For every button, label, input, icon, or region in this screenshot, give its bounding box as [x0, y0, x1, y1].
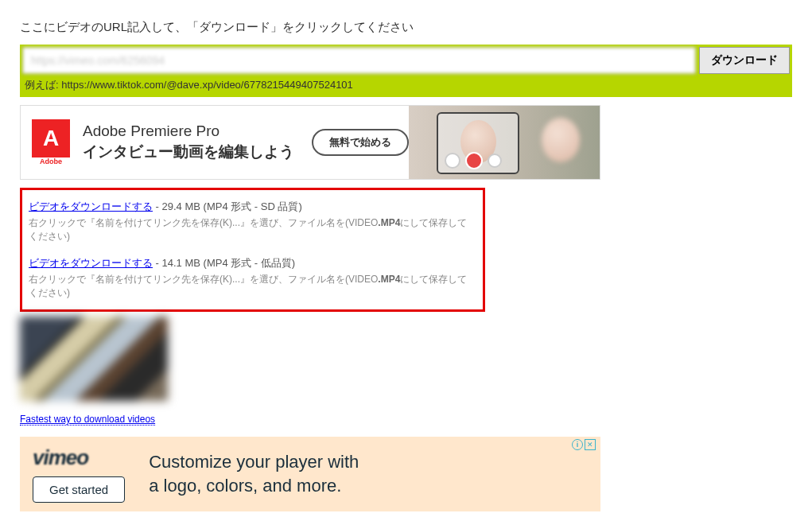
ad-subtitle: インタビュー動画を編集しよう [83, 142, 294, 162]
download-meta: - 29.4 MB (MP4 形式 - SD 品質) [153, 200, 302, 212]
face-graphic [542, 118, 580, 162]
download-row: ビデオをダウンロードする - 29.4 MB (MP4 形式 - SD 品質) [29, 200, 476, 214]
adobe-logo-column: A Adobe [21, 119, 70, 165]
ad-photo [409, 106, 600, 179]
ad-banner-adobe[interactable]: i ✕ A Adobe Adobe Premiere Pro インタビュー動画を… [20, 105, 600, 180]
search-row: ダウンロード [22, 47, 790, 74]
ad-controls: i ✕ [572, 439, 596, 450]
search-section: ダウンロード 例えば: https://www.tiktok.com/@dave… [20, 45, 792, 97]
adobe-brand-text: Adobe [40, 157, 62, 165]
download-links-box: ビデオをダウンロードする - 29.4 MB (MP4 形式 - SD 品質) … [20, 188, 485, 312]
download-meta: - 14.1 MB (MP4 形式 - 低品質) [153, 257, 295, 269]
ad2-text: Customize your player with a logo, color… [149, 450, 359, 497]
video-thumbnail[interactable] [20, 317, 168, 401]
download-row: ビデオをダウンロードする - 14.1 MB (MP4 形式 - 低品質) [29, 256, 476, 270]
ad-text-block: Adobe Premiere Pro インタビュー動画を編集しよう [83, 122, 294, 162]
info-icon[interactable]: i [572, 439, 583, 450]
adobe-logo-icon: A [32, 119, 70, 157]
url-example: 例えば: https://www.tiktok.com/@dave.xp/vid… [22, 74, 790, 95]
close-icon[interactable]: ✕ [585, 439, 596, 450]
url-input[interactable] [22, 47, 696, 74]
download-hint: 右クリックで『名前を付けてリンク先を保存(K)...』を選び、ファイル名を(VI… [29, 273, 476, 300]
download-hint: 右クリックで『名前を付けてリンク先を保存(K)...』を選び、ファイル名を(VI… [29, 216, 476, 243]
get-started-button[interactable]: Get started [33, 476, 125, 503]
vimeo-logo-column: vimeo Get started [33, 445, 125, 503]
ad-title: Adobe Premiere Pro [83, 122, 294, 140]
download-button[interactable]: ダウンロード [699, 47, 790, 74]
ad-banner-vimeo[interactable]: i ✕ vimeo Get started Customize your pla… [20, 437, 600, 511]
instruction-text: ここにビデオのURL記入して、「ダウンロード」をクリックしてください [20, 20, 792, 35]
download-link-low[interactable]: ビデオをダウンロードする [29, 257, 153, 269]
rec-ui-graphic [445, 152, 502, 169]
download-link-sd[interactable]: ビデオをダウンロードする [29, 200, 153, 212]
adobe-letter: A [43, 126, 59, 151]
vimeo-logo: vimeo [33, 445, 88, 470]
fastest-way-link[interactable]: Fastest way to download videos [20, 414, 155, 426]
ad-cta-button[interactable]: 無料で始める [312, 129, 409, 156]
